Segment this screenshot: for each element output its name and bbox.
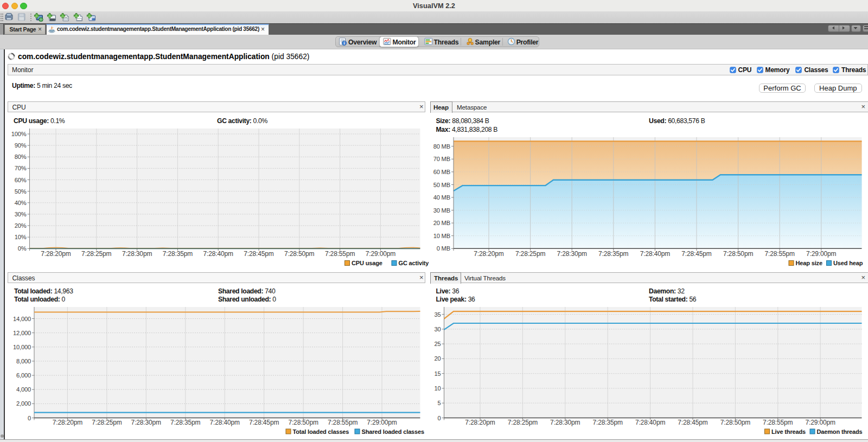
svg-text:100%: 100% — [11, 131, 27, 137]
svg-text:7:28:50pm: 7:28:50pm — [284, 250, 315, 258]
svg-text:30: 30 — [434, 326, 441, 332]
svg-text:7:28:20pm: 7:28:20pm — [465, 419, 495, 426]
svg-text:20%: 20% — [15, 222, 27, 229]
svg-text:GC activity: GC activity — [399, 260, 429, 266]
svg-text:5: 5 — [437, 400, 441, 406]
svg-text:7:28:25pm: 7:28:25pm — [81, 250, 112, 258]
svg-text:7:28:35pm: 7:28:35pm — [593, 419, 623, 426]
svg-text:Shared loaded classes: Shared loaded classes — [362, 428, 424, 435]
svg-text:10: 10 — [434, 385, 441, 392]
svg-text:7:28:55pm: 7:28:55pm — [325, 250, 355, 258]
svg-text:7:28:50pm: 7:28:50pm — [720, 419, 751, 426]
svg-text:7:28:35pm: 7:28:35pm — [598, 250, 629, 258]
svg-text:40%: 40% — [15, 200, 27, 206]
svg-text:7:28:30pm: 7:28:30pm — [550, 419, 580, 426]
svg-text:10 MB: 10 MB — [433, 233, 450, 239]
svg-text:0 MB: 0 MB — [437, 245, 450, 252]
svg-text:CPU usage: CPU usage — [352, 260, 382, 266]
svg-text:Live threads: Live threads — [771, 428, 806, 435]
svg-text:4,000: 4,000 — [16, 386, 31, 393]
svg-text:7:28:55pm: 7:28:55pm — [763, 419, 793, 426]
svg-text:30%: 30% — [15, 211, 27, 217]
svg-text:0%: 0% — [18, 245, 27, 252]
svg-text:i: i — [343, 41, 344, 46]
svg-text:35: 35 — [434, 311, 441, 318]
svg-text:7:28:35pm: 7:28:35pm — [170, 419, 201, 426]
svg-text:10%: 10% — [15, 234, 27, 240]
svg-text:7:28:40pm: 7:28:40pm — [203, 250, 234, 258]
svg-text:14,000: 14,000 — [13, 316, 31, 322]
svg-text:2,000: 2,000 — [16, 400, 31, 407]
svg-text:7:28:20pm: 7:28:20pm — [41, 250, 71, 258]
svg-text:7:28:20pm: 7:28:20pm — [474, 250, 504, 258]
svg-text:7:28:55pm: 7:28:55pm — [328, 419, 358, 426]
svg-text:7:29:00pm: 7:29:00pm — [366, 250, 396, 258]
svg-text:50%: 50% — [15, 188, 27, 195]
svg-text:7:28:30pm: 7:28:30pm — [557, 250, 588, 258]
svg-text:Heap size: Heap size — [796, 260, 822, 266]
svg-text:90%: 90% — [15, 142, 27, 149]
svg-text:50 MB: 50 MB — [433, 182, 450, 188]
svg-text:7:28:40pm: 7:28:40pm — [640, 250, 671, 258]
svg-text:7:28:25pm: 7:28:25pm — [515, 250, 546, 258]
svg-text:40 MB: 40 MB — [433, 194, 450, 201]
svg-text:7:28:40pm: 7:28:40pm — [210, 419, 240, 426]
svg-text:20: 20 — [434, 355, 441, 362]
svg-text:15: 15 — [434, 370, 441, 377]
svg-text:30 MB: 30 MB — [433, 207, 450, 214]
svg-text:Used heap: Used heap — [833, 260, 863, 266]
svg-text:7:28:45pm: 7:28:45pm — [681, 250, 712, 258]
svg-text:60%: 60% — [15, 177, 27, 183]
svg-text:Total loaded classes: Total loaded classes — [293, 428, 349, 435]
svg-text:7:29:00pm: 7:29:00pm — [367, 419, 397, 426]
svg-text:7:28:55pm: 7:28:55pm — [765, 250, 795, 258]
svg-text:70 MB: 70 MB — [433, 156, 450, 162]
svg-text:7:28:45pm: 7:28:45pm — [244, 250, 274, 258]
svg-text:7:28:45pm: 7:28:45pm — [678, 419, 708, 426]
svg-text:7:28:25pm: 7:28:25pm — [508, 419, 538, 426]
svg-text:60 MB: 60 MB — [433, 169, 450, 175]
svg-text:7:28:25pm: 7:28:25pm — [92, 419, 122, 426]
svg-text:7:28:40pm: 7:28:40pm — [635, 419, 666, 426]
svg-text:7:28:50pm: 7:28:50pm — [723, 250, 754, 258]
svg-text:12,000: 12,000 — [13, 330, 31, 336]
svg-text:0: 0 — [437, 415, 441, 421]
svg-text:80 MB: 80 MB — [433, 143, 450, 150]
svg-text:7:28:20pm: 7:28:20pm — [53, 419, 83, 426]
svg-text:7:28:30pm: 7:28:30pm — [122, 250, 152, 258]
svg-text:7:28:35pm: 7:28:35pm — [163, 250, 193, 258]
svg-text:0: 0 — [28, 415, 31, 421]
svg-text:7:28:30pm: 7:28:30pm — [131, 419, 162, 426]
svg-text:Daemon threads: Daemon threads — [817, 428, 863, 435]
svg-text:6,000: 6,000 — [16, 372, 31, 379]
svg-text:7:29:00pm: 7:29:00pm — [806, 419, 836, 426]
svg-text:8,000: 8,000 — [16, 358, 31, 364]
svg-text:7:28:45pm: 7:28:45pm — [249, 419, 279, 426]
svg-text:25: 25 — [434, 341, 441, 347]
svg-text:10,000: 10,000 — [13, 344, 31, 350]
svg-text:20 MB: 20 MB — [433, 220, 450, 226]
svg-text:7:28:50pm: 7:28:50pm — [288, 419, 318, 426]
svg-text:80%: 80% — [15, 153, 27, 160]
svg-text:7:29:00pm: 7:29:00pm — [806, 250, 837, 258]
svg-text:70%: 70% — [15, 165, 27, 171]
